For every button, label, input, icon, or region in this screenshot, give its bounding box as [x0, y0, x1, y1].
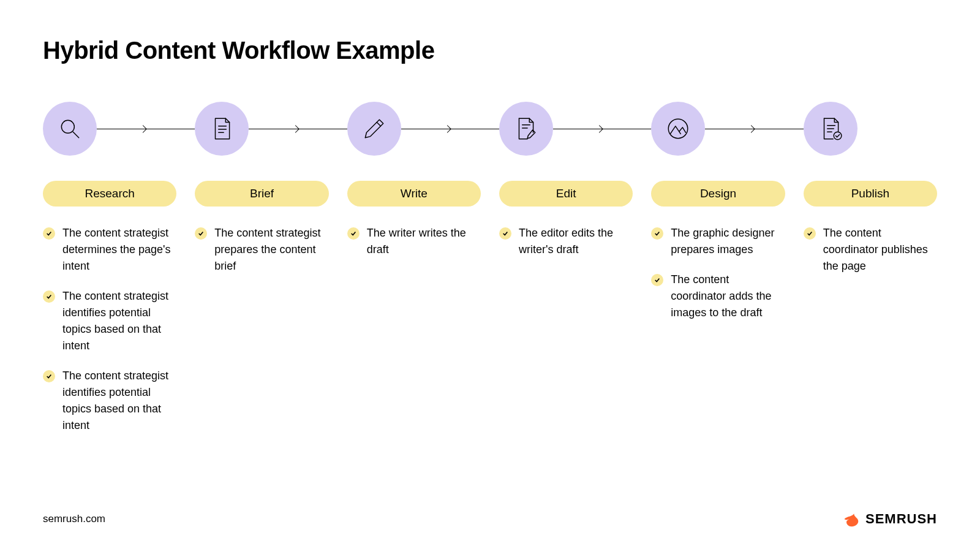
doc-edit-icon	[499, 102, 553, 156]
list-item: The editor edits the writer's draft	[499, 225, 633, 258]
icon-row	[499, 101, 633, 156]
stage-items: The graphic designer prepares imagesThe …	[651, 225, 785, 321]
list-item: The content strategist prepares the cont…	[195, 225, 328, 275]
connector-arrow	[705, 129, 803, 129]
list-item: The content strategist identifies potent…	[43, 368, 176, 434]
document-icon	[195, 102, 249, 156]
stage-label: Edit	[499, 181, 633, 207]
item-text: The content strategist identifies potent…	[62, 288, 176, 354]
stage-edit: EditThe editor edits the writer's draft	[499, 101, 633, 447]
check-icon	[651, 274, 663, 286]
diagram-container: Hybrid Content Workflow Example Research…	[0, 0, 980, 447]
stage-items: The editor edits the writer's draft	[499, 225, 633, 258]
svg-line-1	[73, 132, 78, 137]
icon-row	[195, 101, 328, 156]
brand-text: SEMRUSH	[865, 511, 937, 527]
connector-arrow	[401, 129, 499, 129]
check-icon	[499, 227, 511, 240]
icon-row	[43, 101, 176, 156]
check-icon	[195, 227, 207, 240]
item-text: The content coordinator adds the images …	[671, 271, 785, 321]
item-text: The content coordinator publishes the pa…	[823, 225, 937, 275]
workflow-stages: ResearchThe content strategist determine…	[43, 101, 937, 447]
stage-design: DesignThe graphic designer prepares imag…	[651, 101, 785, 447]
check-icon	[43, 370, 55, 382]
item-text: The graphic designer prepares images	[671, 225, 785, 258]
stage-label: Publish	[804, 181, 937, 207]
check-icon	[43, 227, 55, 240]
stage-items: The writer writes the draft	[347, 225, 481, 258]
check-icon	[347, 227, 360, 240]
footer: semrush.com SEMRUSH	[43, 510, 937, 528]
check-icon	[43, 290, 55, 303]
image-icon	[651, 102, 705, 156]
page-title: Hybrid Content Workflow Example	[43, 37, 937, 64]
stage-label: Brief	[195, 181, 328, 207]
check-icon	[804, 227, 816, 240]
item-text: The content strategist prepares the cont…	[214, 225, 328, 275]
svg-point-12	[834, 132, 842, 140]
stage-label: Research	[43, 181, 176, 207]
pencil-icon	[347, 102, 401, 156]
footer-domain: semrush.com	[43, 513, 105, 525]
list-item: The content strategist identifies potent…	[43, 288, 176, 354]
stage-label: Design	[651, 181, 785, 207]
svg-line-5	[377, 123, 380, 126]
stage-items: The content strategist prepares the cont…	[195, 225, 328, 275]
check-icon	[651, 227, 663, 240]
svg-point-8	[669, 119, 688, 138]
stage-publish: PublishThe content coordinator publishes…	[804, 101, 937, 447]
stage-research: ResearchThe content strategist determine…	[43, 101, 176, 447]
icon-row	[804, 101, 937, 156]
brand-flame-icon	[842, 510, 859, 528]
list-item: The content coordinator adds the images …	[651, 271, 785, 321]
list-item: The content coordinator publishes the pa…	[804, 225, 937, 275]
list-item: The writer writes the draft	[347, 225, 481, 258]
item-text: The editor edits the writer's draft	[519, 225, 633, 258]
list-item: The content strategist determines the pa…	[43, 225, 176, 275]
stage-write: WriteThe writer writes the draft	[347, 101, 481, 447]
icon-row	[347, 101, 481, 156]
doc-check-icon	[804, 102, 858, 156]
stage-brief: BriefThe content strategist prepares the…	[195, 101, 328, 447]
svg-point-0	[61, 120, 74, 133]
connector-arrow	[249, 129, 347, 129]
icon-row	[651, 101, 785, 156]
search-icon	[43, 102, 97, 156]
stage-items: The content strategist determines the pa…	[43, 225, 176, 434]
connector-arrow	[553, 129, 651, 129]
item-text: The writer writes the draft	[367, 225, 481, 258]
item-text: The content strategist identifies potent…	[62, 368, 176, 434]
connector-arrow	[97, 129, 195, 129]
stage-label: Write	[347, 181, 481, 207]
item-text: The content strategist determines the pa…	[62, 225, 176, 275]
list-item: The graphic designer prepares images	[651, 225, 785, 258]
stage-items: The content coordinator publishes the pa…	[804, 225, 937, 275]
footer-brand: SEMRUSH	[842, 510, 937, 528]
